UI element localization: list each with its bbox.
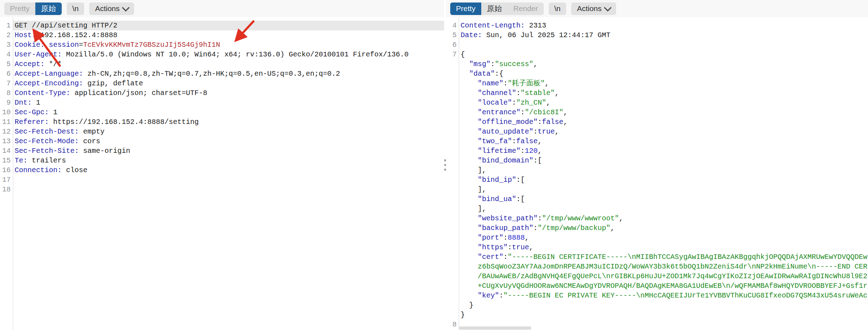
code-line[interactable]: ], — [446, 165, 868, 175]
code-line[interactable]: "https":true, — [446, 242, 868, 252]
line-number — [446, 300, 458, 310]
line-number — [446, 156, 458, 165]
response-panel: Pretty 原始 Render \n Actions 4Content-Len… — [446, 0, 868, 330]
line-number: 4 — [446, 21, 458, 30]
line-number — [446, 185, 458, 194]
tab-pretty-request[interactable]: Pretty — [4, 2, 35, 15]
code-line[interactable]: "locale":"zh_CN", — [446, 98, 868, 108]
line-number: 2 — [0, 30, 12, 40]
code-line[interactable]: "data":{ — [446, 69, 868, 79]
line-number — [446, 165, 458, 175]
line-number — [446, 59, 458, 69]
line-number — [446, 88, 458, 98]
line-number — [446, 242, 458, 252]
code-line[interactable]: 7{ — [446, 50, 868, 59]
line-number — [446, 117, 458, 127]
response-editor[interactable]: 4Content-Length: 23135Date: Sun, 06 Jul … — [446, 17, 868, 330]
line-number: 10 — [0, 108, 12, 117]
code-line[interactable]: 12Sec-Fetch-Dest: empty — [0, 127, 444, 136]
code-line[interactable]: 4Content-Length: 2313 — [446, 21, 868, 30]
code-line[interactable]: ], — [446, 204, 868, 214]
line-number — [446, 146, 458, 156]
line-number — [446, 233, 458, 242]
code-line[interactable]: "backup_path":"/tmp/www/backup", — [446, 223, 868, 233]
code-line[interactable]: "website_path":"/tmp/www/wwwroot", — [446, 214, 868, 223]
line-number — [446, 252, 458, 262]
line-number — [446, 262, 458, 271]
code-line[interactable]: 10Sec-Gpc: 1 — [0, 108, 444, 117]
code-line[interactable]: "cert":"-----BEGIN CERTIFICATE-----\nMII… — [446, 252, 868, 262]
code-line[interactable]: 2Host: 192.168.152.4:8888 — [0, 30, 444, 40]
code-line[interactable]: 15Te: trailers — [0, 156, 444, 165]
code-line[interactable]: "channel":"stable", — [446, 88, 868, 98]
tab-raw-response[interactable]: 原始 — [481, 2, 508, 15]
code-line[interactable]: ], — [446, 185, 868, 194]
horizontal-scrollbar-thumb[interactable] — [459, 326, 531, 330]
newline-toggle-response[interactable]: \n — [549, 2, 567, 15]
actions-menu-request[interactable]: Actions — [89, 2, 134, 15]
code-line[interactable]: 5Accept: */* — [0, 59, 444, 69]
code-line[interactable]: 14Sec-Fetch-Site: same-origin — [0, 146, 444, 156]
code-line[interactable]: "name":"耗子面板", — [446, 79, 868, 88]
line-number: 8 — [0, 88, 12, 98]
line-number — [446, 223, 458, 233]
line-number — [446, 136, 458, 146]
code-line[interactable]: 3Cookie: session=TcEVkvKKMvmTz7GBSzuJIj5… — [0, 40, 444, 50]
line-number: 3 — [0, 40, 12, 50]
request-view-switch: Pretty 原始 — [4, 2, 62, 15]
code-line[interactable]: 6Accept-Language: zh-CN,zh;q=0.8,zh-TW;q… — [0, 69, 444, 79]
response-view-switch: Pretty 原始 Render — [450, 2, 544, 15]
request-panel: Pretty 原始 \n Actions 1GET //api/setting … — [0, 0, 444, 330]
code-line[interactable]: 16Connection: close — [0, 165, 444, 175]
line-number — [446, 108, 458, 117]
code-line[interactable]: /BAUwAwEB/zAdBgNVHQ4EFgQUePcL\nrGIBKLp6H… — [446, 271, 868, 281]
code-line[interactable]: 8Content-Type: application/json; charset… — [0, 88, 444, 98]
line-number — [446, 79, 458, 88]
line-number — [446, 194, 458, 204]
line-number: 1 — [0, 21, 12, 30]
code-line[interactable]: 6 — [446, 40, 868, 50]
actions-menu-response[interactable]: Actions — [571, 2, 616, 15]
code-line[interactable]: } — [446, 300, 868, 310]
line-number: 11 — [0, 117, 12, 127]
code-line[interactable]: "offline_mode":false, — [446, 117, 868, 127]
code-line[interactable]: +CUgXvUyVQGdHOORaw6NCMEAwDgYDVROPAQH/BAQ… — [446, 281, 868, 291]
newline-toggle-request[interactable]: \n — [67, 2, 85, 15]
tab-render-response[interactable]: Render — [508, 2, 544, 15]
code-line[interactable]: "two_fa":false, — [446, 136, 868, 146]
tab-raw-request[interactable]: 原始 — [35, 2, 62, 15]
code-line[interactable]: 11Referer: https://192.168.152.4:8888/se… — [0, 117, 444, 127]
code-line[interactable]: "bind_domain":[ — [446, 156, 868, 165]
code-line[interactable]: "port":8888, — [446, 233, 868, 242]
line-number: 17 — [0, 175, 12, 185]
code-line[interactable]: 7Accept-Encoding: gzip, deflate — [0, 79, 444, 88]
code-line[interactable]: "bind_ua":[ — [446, 194, 868, 204]
code-line[interactable]: "auto_update":true, — [446, 127, 868, 136]
request-editor[interactable]: 1GET //api/setting HTTP/22Host: 192.168.… — [0, 17, 444, 330]
code-line[interactable]: z6bSqWooZ3AY7AaJomDnRPEABJM3uICIDzQ/WoWA… — [446, 262, 868, 271]
chevron-down-icon — [604, 4, 611, 11]
code-line[interactable]: 13Sec-Fetch-Mode: cors — [0, 136, 444, 146]
line-number: 14 — [0, 146, 12, 156]
code-line[interactable]: "key":"-----BEGIN EC PRIVATE KEY-----\nM… — [446, 291, 868, 300]
code-line[interactable]: 9Dnt: 1 — [0, 98, 444, 108]
code-line[interactable]: "lifetime":120, — [446, 146, 868, 156]
code-line[interactable]: "msg":"success", — [446, 59, 868, 69]
line-number — [446, 310, 458, 320]
code-line[interactable]: "entrance":"/cbic8I", — [446, 108, 868, 117]
code-line[interactable]: 1GET //api/setting HTTP/2 — [0, 21, 444, 30]
tab-pretty-response[interactable]: Pretty — [450, 2, 481, 15]
request-tabbar: Pretty 原始 \n Actions — [0, 0, 444, 17]
line-number — [446, 281, 458, 291]
line-number — [446, 98, 458, 108]
code-line[interactable]: } — [446, 310, 868, 320]
code-line[interactable]: 17 — [0, 175, 444, 185]
line-number: 6 — [0, 69, 12, 79]
code-line[interactable]: 5Date: Sun, 06 Jul 2025 12:44:17 GMT — [446, 30, 868, 40]
code-line[interactable]: 18 — [0, 185, 444, 194]
code-line[interactable]: "bind_ip":[ — [446, 175, 868, 185]
line-number — [446, 127, 458, 136]
line-number: 5 — [0, 59, 12, 69]
code-line[interactable]: 4User-Agent: Mozilla/5.0 (Windows NT 10.… — [0, 50, 444, 59]
line-number: 8 — [446, 320, 458, 329]
